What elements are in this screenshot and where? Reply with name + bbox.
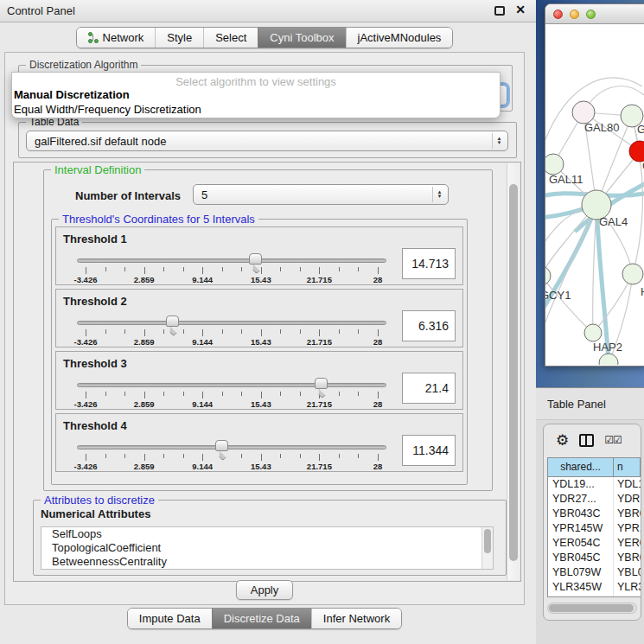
- threshold-3-slider[interactable]: -3.4262.8599.14415.4321.71528: [77, 352, 386, 409]
- table-row[interactable]: YER054CYER0: [548, 536, 641, 551]
- zoom-traffic-light-icon[interactable]: [586, 10, 596, 19]
- slider-tick: [378, 267, 379, 274]
- table-cell[interactable]: YLR3: [614, 580, 641, 595]
- threshold-1-slider[interactable]: -3.4262.8599.14415.4321.71528: [77, 227, 386, 284]
- column-header-shared-name[interactable]: shared...: [548, 458, 614, 477]
- algorithm-dropdown-popup: Select algorithm to view settings Manual…: [11, 72, 501, 118]
- table-cell[interactable]: YBL0: [614, 565, 641, 580]
- column-header-name[interactable]: n: [614, 458, 641, 477]
- network-canvas[interactable]: GAL80 G. C GAL11 GAL4 GCY1 H HAP2: [545, 24, 644, 365]
- apply-button[interactable]: Apply: [236, 580, 293, 600]
- table-data-combobox[interactable]: galFiltered.sif default node ▲▼: [26, 131, 508, 151]
- table-cell[interactable]: YBR0: [614, 551, 641, 565]
- tab-impute-data[interactable]: Impute Data: [128, 609, 212, 628]
- table-row[interactable]: YBL079WYBL0: [548, 565, 641, 580]
- slider-tick-label: -3.426: [74, 399, 98, 409]
- slider-tick: [202, 454, 203, 461]
- slider-thumb[interactable]: [249, 253, 262, 265]
- split-columns-icon[interactable]: [579, 434, 594, 447]
- tab-jactivemnodules[interactable]: jActiveMNodules: [346, 28, 453, 48]
- table-cell[interactable]: YDL19...: [548, 477, 614, 492]
- table-cell[interactable]: YIL0: [614, 595, 641, 597]
- table-cell[interactable]: YDL1: [614, 477, 641, 492]
- slider-thumb[interactable]: [166, 316, 179, 327]
- table-cell[interactable]: YLR345W: [548, 580, 614, 595]
- threshold-3-value-field[interactable]: 21.4: [402, 373, 456, 404]
- node-gal11[interactable]: [545, 154, 564, 175]
- tab-select[interactable]: Select: [203, 28, 258, 48]
- slider-track[interactable]: [77, 445, 386, 450]
- table-row[interactable]: YDL19...YDL1: [548, 477, 641, 492]
- threshold-4-value-field[interactable]: 11.344: [402, 435, 456, 466]
- scrollbar-thumb[interactable]: [509, 184, 518, 561]
- threshold-1-value-field[interactable]: 14.713: [402, 248, 456, 279]
- minimize-traffic-light-icon[interactable]: [570, 10, 579, 19]
- dropdown-option-equal-width[interactable]: Equal Width/Frequency Discretization: [14, 103, 201, 116]
- table-row[interactable]: YPR145WYPR1: [548, 521, 641, 536]
- slider-track[interactable]: [77, 321, 386, 325]
- close-traffic-light-icon[interactable]: [553, 10, 563, 19]
- tab-discretize-data[interactable]: Discretize Data: [212, 609, 311, 628]
- node-partial-right[interactable]: [622, 264, 643, 284]
- list-item[interactable]: TopologicalCoefficient: [41, 541, 493, 555]
- slider-tick: [163, 454, 164, 458]
- table-panel-area: ⚙ ☑☑ shared... n YDL19...YDL1YDR27...YDR…: [536, 420, 644, 644]
- slider-tick: [124, 267, 125, 271]
- slider-tick: [202, 392, 203, 399]
- node-gcy1[interactable]: [545, 266, 551, 285]
- threshold-2-value-field[interactable]: 6.316: [402, 310, 456, 341]
- table-horizontal-scrollbar[interactable]: [547, 603, 637, 614]
- number-of-intervals-combobox[interactable]: 5 ▲▼: [193, 184, 449, 205]
- slider-thumb[interactable]: [215, 440, 228, 451]
- node-bottom-partial[interactable]: [599, 354, 618, 365]
- table-cell[interactable]: YPR1: [614, 521, 641, 536]
- table-cell[interactable]: YER0: [614, 536, 641, 551]
- table-cell[interactable]: YER054C: [548, 536, 614, 551]
- slider-tick: [319, 329, 320, 336]
- slider-track[interactable]: [77, 258, 386, 263]
- table-row[interactable]: YBR045CYBR0: [548, 551, 641, 565]
- slider-track[interactable]: [77, 383, 386, 387]
- slider-tick: [183, 267, 184, 271]
- slider-tick: [144, 329, 145, 336]
- gear-icon[interactable]: ⚙: [556, 433, 569, 448]
- select-columns-icon[interactable]: ☑☑: [604, 434, 622, 446]
- tab-infer-network[interactable]: Infer Network: [311, 609, 401, 628]
- settings-scrollbar[interactable]: [507, 163, 520, 580]
- slider-thumb[interactable]: [315, 378, 328, 389]
- list-item[interactable]: BetweennessCentrality: [41, 555, 493, 569]
- table-cell[interactable]: YBR0: [614, 507, 641, 521]
- table-cell[interactable]: YBL079W: [548, 565, 614, 580]
- scrollbar-thumb[interactable]: [549, 604, 634, 612]
- numerical-attributes-list: SelfLoopsTopologicalCoefficientBetweenne…: [41, 526, 494, 570]
- table-cell[interactable]: YPR145W: [548, 521, 614, 536]
- table-cell[interactable]: YBR043C: [548, 507, 614, 521]
- table-cell[interactable]: YDR2: [614, 492, 641, 507]
- attributes-group: Attributes to discretize Numerical Attri…: [33, 500, 507, 576]
- list-scrollbar[interactable]: [481, 527, 493, 569]
- node-hap2[interactable]: [584, 324, 602, 341]
- tab-style[interactable]: Style: [155, 28, 203, 48]
- close-icon[interactable]: ✕: [515, 3, 526, 16]
- tab-cyni-toolbox[interactable]: Cyni Toolbox: [258, 28, 345, 48]
- table-cell[interactable]: YIL052C: [548, 595, 614, 597]
- table-row[interactable]: YIL052CYIL0: [548, 595, 641, 597]
- threshold-4-slider[interactable]: -3.4262.8599.14415.4321.71528: [77, 414, 386, 471]
- table-cell[interactable]: YBR045C: [548, 551, 614, 565]
- threshold-2-slider[interactable]: -3.4262.8599.14415.4321.71528: [77, 290, 386, 347]
- table-row[interactable]: YBR043CYBR0: [548, 507, 641, 521]
- node-label-gcy1: GCY1: [545, 289, 571, 302]
- slider-tick: [280, 392, 281, 396]
- table-body: YDL19...YDL1YDR27...YDR2YBR043CYBR0YPR14…: [548, 477, 641, 597]
- table-cell[interactable]: YDR27...: [548, 492, 614, 507]
- slider-tick-label: 15.43: [251, 462, 271, 471]
- float-window-icon[interactable]: [494, 6, 505, 16]
- list-item[interactable]: SelfLoops: [41, 527, 493, 541]
- desktop-background: GAL80 G. C GAL11 GAL4 GCY1 H HAP2: [536, 0, 644, 387]
- dropdown-option-manual[interactable]: Manual Discretization: [14, 88, 130, 101]
- table-row[interactable]: YLR345WYLR3: [548, 580, 641, 595]
- slider-tick: [105, 329, 106, 334]
- tab-network[interactable]: Network: [77, 28, 156, 48]
- table-row[interactable]: YDR27...YDR2: [548, 492, 641, 507]
- scrollbar-thumb[interactable]: [484, 529, 491, 553]
